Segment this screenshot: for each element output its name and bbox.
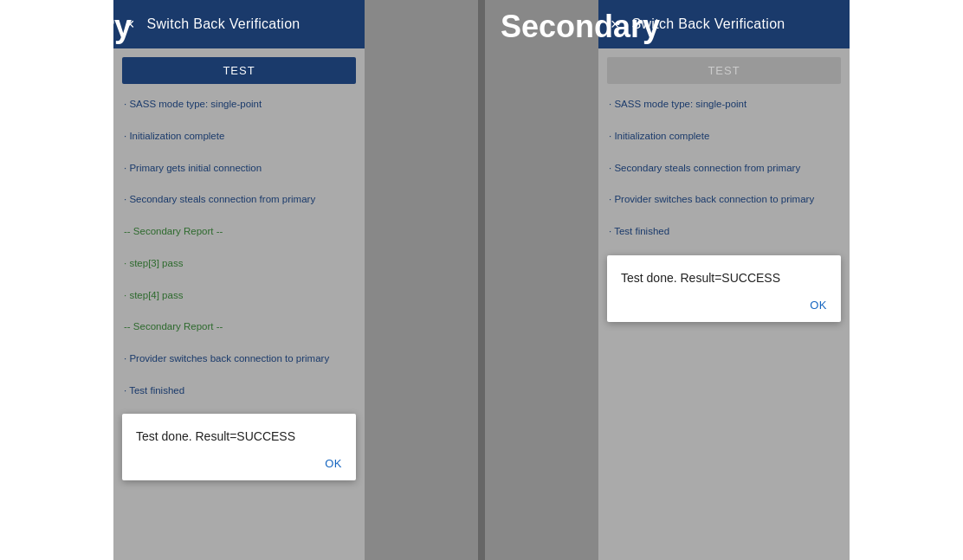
secondary-panel: Secondary × Switch Back Verification TES… — [485, 0, 963, 560]
secondary-log-area: · SASS mode type: single-point · Initial… — [607, 93, 841, 243]
log-line: · Initialization complete — [609, 128, 839, 144]
log-line: -- Secondary Report -- — [124, 319, 354, 334]
log-line: -- Secondary Report -- — [124, 223, 354, 239]
secondary-result-text: Test done. Result=SUCCESS — [621, 271, 827, 285]
primary-ok-button[interactable]: OK — [136, 457, 342, 470]
primary-log-area: · SASS mode type: single-point · Initial… — [122, 93, 356, 402]
secondary-dialog-body: TEST · SASS mode type: single-point · In… — [598, 48, 850, 560]
log-line: · Test finished — [124, 383, 354, 398]
secondary-device: × Switch Back Verification TEST · SASS m… — [598, 0, 850, 560]
primary-label: Primary — [0, 0, 147, 54]
primary-dialog-title: Switch Back Verification — [147, 16, 301, 32]
log-line: · SASS mode type: single-point — [609, 96, 839, 112]
log-line: · Primary gets initial connection — [124, 160, 354, 176]
log-line: · SASS mode type: single-point — [124, 96, 354, 112]
primary-dialog-header: × Switch Back Verification — [113, 0, 365, 48]
log-line: · step[3] pass — [124, 255, 354, 271]
primary-test-button[interactable]: TEST — [122, 57, 356, 84]
secondary-label: Secondary — [485, 0, 675, 54]
log-line: · Test finished — [609, 223, 839, 239]
log-line: · Secondary steals connection from prima… — [609, 160, 839, 176]
log-line: · step[4] pass — [124, 287, 354, 303]
secondary-test-button: TEST — [607, 57, 841, 84]
primary-device: × Switch Back Verification TEST · SASS m… — [113, 0, 365, 560]
log-line: · Provider switches back connection to p… — [124, 351, 354, 366]
secondary-ok-button[interactable]: OK — [621, 299, 827, 312]
primary-result-dialog: Test done. Result=SUCCESS OK — [122, 414, 356, 480]
primary-result-text: Test done. Result=SUCCESS — [136, 429, 342, 443]
log-line: · Provider switches back connection to p… — [609, 191, 839, 207]
secondary-result-dialog: Test done. Result=SUCCESS OK — [607, 255, 841, 322]
primary-dialog-body: TEST · SASS mode type: single-point · In… — [113, 48, 365, 560]
primary-panel: Primary × Switch Back Verification TEST … — [0, 0, 478, 560]
center-divider — [478, 0, 485, 560]
log-line: · Secondary steals connection from prima… — [124, 191, 354, 207]
log-line: · Initialization complete — [124, 128, 354, 144]
